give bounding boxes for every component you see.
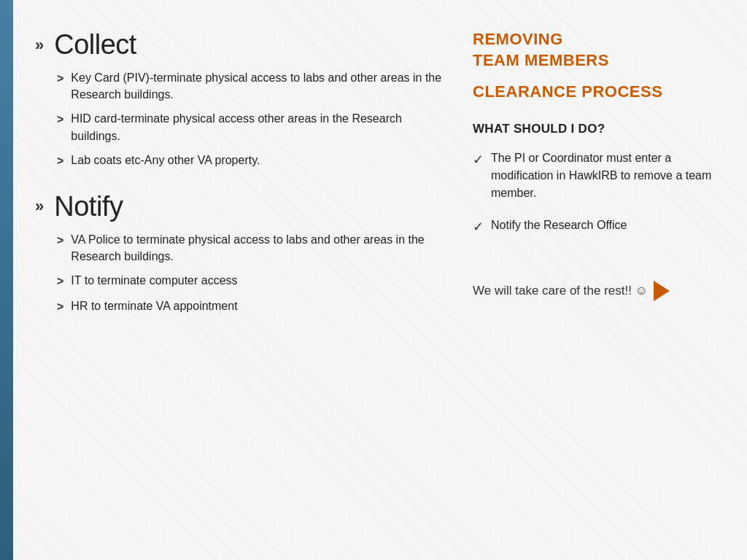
notify-section-header: » Notify [35, 191, 444, 222]
what-should-label: WHAT SHOULD I DO? [473, 122, 725, 136]
bullet-arrow-icon: > [57, 152, 63, 169]
checkmark-icon: ✓ [473, 150, 484, 170]
right-column: REMOVING TEAM MEMBERS CLEARANCE PROCESS … [473, 22, 725, 545]
bullet-arrow-icon: > [57, 111, 63, 128]
list-item: ✓ Notify the Research Office [473, 217, 725, 237]
check-list: ✓ The PI or Coordinator must enter a mod… [473, 149, 725, 237]
notify-section: » Notify > VA Police to terminate physic… [35, 191, 444, 315]
bullet-text: Key Card (PIV)-terminate physical access… [71, 69, 444, 103]
bullet-arrow-icon: > [57, 70, 63, 87]
bullet-arrow-icon: > [57, 298, 63, 315]
left-column: » Collect > Key Card (PIV)-terminate phy… [35, 22, 444, 545]
collect-chevron-icon: » [35, 36, 44, 55]
notify-heading: Notify [54, 191, 123, 222]
bullet-text: HR to terminate VA appointment [71, 298, 444, 314]
bullet-arrow-icon: > [57, 273, 63, 289]
collect-section-header: » Collect [35, 29, 444, 61]
removing-team-members-title: REMOVING TEAM MEMBERS [473, 29, 725, 71]
clearance-process-title: CLEARANCE PROCESS [473, 82, 725, 101]
list-item: > Lab coats etc-Any other VA property. [57, 152, 444, 169]
footer-arrow-icon [654, 281, 670, 301]
slide-content: » Collect > Key Card (PIV)-terminate phy… [13, 0, 747, 560]
list-item: > HR to terminate VA appointment [57, 298, 444, 315]
list-item: > VA Police to terminate physical access… [57, 231, 444, 265]
collect-bullet-list: > Key Card (PIV)-terminate physical acce… [57, 69, 444, 169]
left-bar [0, 0, 13, 560]
footer-text: We will take care of the rest!! ☺ [473, 281, 725, 301]
list-item: > IT to terminate computer access [57, 272, 444, 289]
list-item: > Key Card (PIV)-terminate physical acce… [57, 69, 444, 103]
removing-line2: TEAM MEMBERS [473, 51, 609, 69]
list-item: > HID card-terminate physical access oth… [57, 110, 444, 144]
bullet-arrow-icon: > [57, 232, 63, 249]
list-item: ✓ The PI or Coordinator must enter a mod… [473, 149, 725, 202]
checkmark-icon: ✓ [473, 217, 484, 237]
collect-heading: Collect [54, 29, 136, 61]
footer-label: We will take care of the rest!! ☺ [473, 284, 648, 298]
bullet-text: IT to terminate computer access [71, 272, 444, 289]
check-text: Notify the Research Office [491, 217, 725, 234]
bullet-text: Lab coats etc-Any other VA property. [71, 152, 444, 168]
notify-chevron-icon: » [35, 197, 44, 216]
check-text: The PI or Coordinator must enter a modif… [491, 149, 725, 202]
bullet-text: VA Police to terminate physical access t… [71, 231, 444, 265]
notify-bullet-list: > VA Police to terminate physical access… [57, 231, 444, 315]
removing-line1: REMOVING [473, 30, 563, 48]
bullet-text: HID card-terminate physical access other… [71, 110, 444, 144]
